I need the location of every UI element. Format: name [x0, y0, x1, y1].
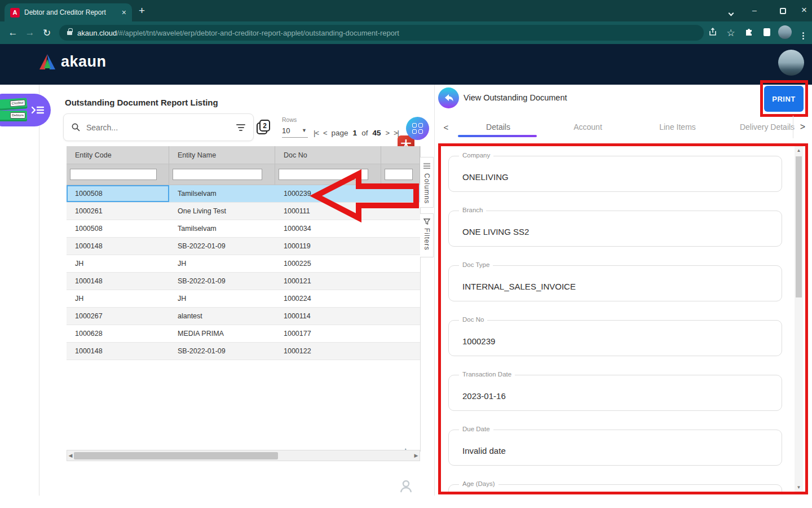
page-title: Outstanding Document Report Listing	[65, 98, 218, 107]
pagination: |< < page 1 of 45 > >|	[314, 129, 399, 137]
creditor-debtor-books-icon: Creditor Debtors	[0, 98, 28, 122]
user-profile-icon[interactable]	[399, 479, 413, 496]
form-field-company[interactable]: CompanyONELIVING	[448, 156, 782, 192]
form-scroll-thumb[interactable]	[796, 156, 802, 297]
search-input[interactable]	[85, 122, 236, 133]
table-row[interactable]: 1000628MEDIA PRIMA1000177	[67, 325, 420, 343]
filter-funnel-icon	[423, 218, 430, 225]
maximize-window-icon[interactable]	[777, 7, 788, 16]
page-total: 45	[372, 129, 381, 137]
form-field-doc-type[interactable]: Doc TypeINTERNAL_SALES_INVOICE	[448, 265, 782, 301]
cell-name: MEDIA PRIMA	[169, 325, 275, 342]
form-scrollbar[interactable]: ▲ ▼	[795, 146, 803, 492]
filters-tab-label: Filters	[423, 228, 431, 251]
tab-line-items[interactable]: Line Items	[633, 122, 722, 132]
detail-form-annotation-rect: CompanyONELIVINGBranchONE LIVING SS2Doc …	[438, 143, 808, 494]
tab-search-chevron-icon[interactable]	[725, 8, 736, 17]
table-row[interactable]: 1000148SB-2022-01-091000122	[67, 343, 420, 360]
field-label: Age (Days)	[459, 480, 498, 487]
filters-side-tab[interactable]: Filters	[420, 213, 434, 257]
filter-list-icon[interactable]	[236, 124, 245, 131]
tabs-scroll-left-icon[interactable]: <	[439, 122, 453, 132]
cell-extra	[381, 325, 420, 342]
minimize-window-icon[interactable]: –	[749, 6, 760, 15]
browser-profile-avatar[interactable]	[776, 25, 794, 41]
scroll-left-icon[interactable]: ◀	[67, 453, 74, 458]
sidebar	[0, 85, 39, 508]
table-row[interactable]: 1000267alantest1000114	[67, 308, 420, 325]
first-page-icon[interactable]: |<	[314, 129, 319, 137]
table-row[interactable]: 1000148SB-2022-01-091000119	[67, 238, 420, 255]
page-number: 1	[353, 129, 358, 137]
horizontal-scroll-thumb[interactable]	[74, 452, 278, 459]
form-field-doc-no[interactable]: Doc No1000239	[448, 320, 782, 356]
field-label: Doc Type	[459, 261, 493, 268]
cell-code: 1000148	[67, 343, 169, 360]
cell-doc: 1000122	[275, 343, 381, 360]
table-header: Entity Code Entity Name Doc No	[67, 146, 420, 164]
share-icon[interactable]	[704, 28, 722, 38]
applet-pill-debtor-creditor[interactable]: Creditor Debtors	[0, 94, 51, 126]
table-row[interactable]: JHJH1000224	[67, 290, 420, 308]
table-row[interactable]: JHJH1000225	[67, 255, 420, 273]
forward-icon[interactable]: →	[21, 27, 38, 38]
horizontal-scrollbar[interactable]: ◀ ▶	[67, 450, 420, 461]
prev-page-icon[interactable]: <	[323, 129, 327, 137]
cell-doc: 1000114	[275, 308, 381, 325]
scroll-right-icon[interactable]: ▶	[413, 453, 420, 458]
bookmark-star-icon[interactable]: ☆	[722, 27, 740, 39]
browser-tab-strip: A Debtor and Creditor Report × + – ×	[0, 0, 812, 21]
columns-side-tab[interactable]: Columns	[420, 157, 434, 208]
tabs-scroll-right-icon[interactable]: >	[793, 116, 812, 138]
last-page-icon[interactable]: >|	[394, 129, 399, 137]
filter-input-entity-code[interactable]	[70, 169, 157, 180]
tab-details[interactable]: Details	[453, 122, 543, 132]
apps-grid-button[interactable]	[406, 117, 429, 140]
browser-tab[interactable]: A Debtor and Creditor Report ×	[5, 3, 132, 21]
side-panel-icon[interactable]	[758, 28, 776, 38]
column-layout-icon[interactable]: 2	[257, 120, 271, 135]
cell-name: Tamilselvam	[169, 220, 275, 237]
field-label: Company	[459, 152, 493, 159]
next-page-icon[interactable]: >	[385, 129, 389, 137]
url-bar[interactable]: akaun.cloud/#/applet/tnt/wavelet/erp/deb…	[59, 25, 704, 41]
table-row[interactable]: 1000148SB-2022-01-091000121	[67, 273, 420, 290]
tab-close-icon[interactable]: ×	[122, 8, 126, 17]
scroll-up-icon[interactable]: ▲	[795, 148, 803, 153]
browser-menu-kebab-icon[interactable]	[794, 26, 812, 40]
rows-per-page-select[interactable]: 10▼	[282, 126, 308, 138]
search-box[interactable]	[63, 113, 254, 141]
form-field-due-date[interactable]: Due DateInvalid date	[448, 430, 782, 466]
rows-label: Rows	[282, 116, 297, 123]
user-avatar[interactable]	[778, 50, 804, 76]
filter-input-entity-name[interactable]	[173, 169, 262, 180]
print-button[interactable]: PRINT	[764, 86, 804, 112]
scroll-down-icon[interactable]: ▼	[795, 485, 803, 490]
cell-name: alantest	[169, 308, 275, 325]
back-icon[interactable]: ←	[5, 27, 21, 38]
cell-name: SB-2022-01-09	[169, 273, 275, 290]
column-header-entity-code[interactable]: Entity Code	[67, 146, 169, 164]
cell-doc: 1000177	[275, 325, 381, 342]
new-tab-button[interactable]: +	[139, 5, 145, 17]
field-label: Branch	[459, 207, 486, 213]
screen: A Debtor and Creditor Report × + – × ← →…	[0, 0, 812, 508]
form-field-age-days[interactable]: Age (Days)	[448, 484, 782, 494]
back-button[interactable]	[438, 87, 459, 108]
column-header-extra	[381, 146, 420, 164]
bottom-whitespace	[0, 496, 812, 508]
cell-name: SB-2022-01-09	[169, 343, 275, 360]
field-label: Transaction Date	[459, 371, 515, 378]
cell-name: JH	[169, 255, 275, 272]
columns-tab-label: Columns	[423, 173, 431, 204]
close-window-icon[interactable]: ×	[798, 5, 810, 16]
tab-account[interactable]: Account	[543, 122, 633, 132]
cell-code: 1000261	[67, 203, 169, 220]
cell-doc: 1000224	[275, 290, 381, 307]
column-header-entity-name[interactable]: Entity Name	[169, 146, 275, 164]
form-field-transaction-date[interactable]: Transaction Date2023-01-16	[448, 375, 782, 411]
refresh-icon[interactable]: ↻	[38, 27, 55, 39]
column-header-doc-no[interactable]: Doc No	[275, 146, 381, 164]
form-field-branch[interactable]: BranchONE LIVING SS2	[448, 211, 782, 247]
extensions-puzzle-icon[interactable]	[740, 27, 758, 38]
